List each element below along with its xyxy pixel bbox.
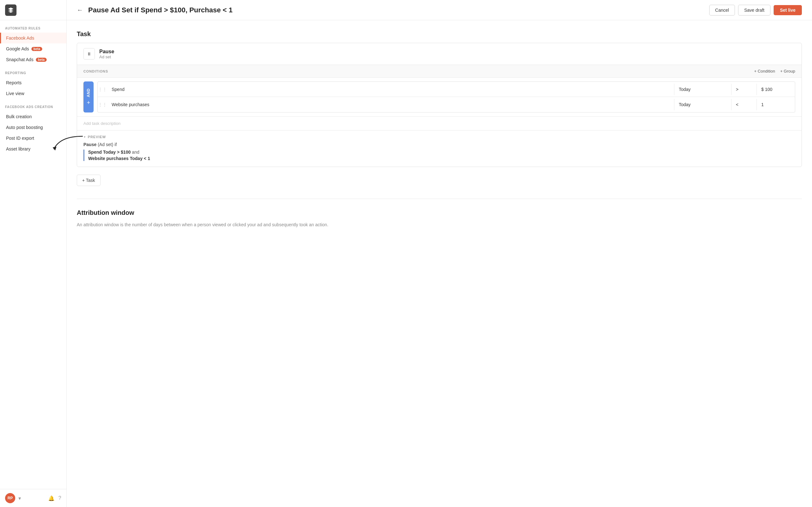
sidebar-item-label: Facebook Ads [6,36,34,41]
preview-toggle[interactable]: ▼ PREVIEW [84,135,795,139]
sidebar-item-label: Snapchat Ads [6,57,33,62]
attribution-description: An attribution window is the number of d… [77,222,802,228]
sidebar-bottom: RP ▾ 🔔 ? [0,489,66,507]
conditions-rows: ⋮⋮SpendToday>$ 100⋮⋮Website purchasesTod… [97,81,795,112]
conditions-header: CONDITIONS + Condition + Group [77,65,802,78]
sidebar-item-bulk-creation[interactable]: Bulk creation [0,111,66,122]
sidebar-logo [0,0,66,20]
add-group-button[interactable]: + Group [780,69,795,73]
add-task-button[interactable]: + Task [77,175,101,186]
sidebar-item-badge: beta [32,47,42,51]
sidebar-section-label: AUTOMATED RULES [0,20,66,33]
condition-value: 1 [757,99,795,110]
set-live-button[interactable]: Set live [774,5,802,15]
condition-time-window[interactable]: Today [674,83,731,95]
preview-conditions-block: Spend Today > $100 andWebsite purchases … [84,150,795,161]
task-description-field[interactable]: Add task description [77,116,802,130]
sidebar-item-label: Asset library [6,147,31,152]
sidebar-item-auto-post-boosting[interactable]: Auto post boosting [0,122,66,133]
page-content: Task ⏸ Pause Ad set CONDITIONS + Conditi… [67,20,812,507]
back-button[interactable]: ← [77,6,83,14]
sidebar-item-live-view[interactable]: Live view [0,88,66,99]
conditions-label: CONDITIONS [84,69,108,73]
task-action-label: Pause [99,49,114,55]
task-section-title: Task [77,31,802,38]
header-actions: Cancel Save draft Set live [709,5,802,15]
bell-icon[interactable]: 🔔 [48,495,55,501]
preview-ad-set: (Ad set) if [98,142,117,147]
condition-time-window[interactable]: Today [674,99,731,110]
preview-condition-line: Website purchases Today < 1 [88,156,795,161]
add-condition-button[interactable]: + Condition [754,69,775,73]
attribution-title: Attribution window [77,209,802,216]
preview-conjunction: and [131,150,139,155]
condition-metric[interactable]: Spend [107,83,674,95]
user-avatar[interactable]: RP [5,493,15,503]
and-column: AND + [84,81,94,112]
conditions-body: AND + ⋮⋮SpendToday>$ 100⋮⋮Website purcha… [77,78,802,116]
help-icon[interactable]: ? [58,495,61,501]
sidebar-section-automated-rules: AUTOMATED RULESFacebook AdsGoogle Adsbet… [0,20,66,65]
conditions-actions: + Condition + Group [754,69,795,73]
chevron-down-icon[interactable]: ▾ [18,495,21,501]
sidebar-bottom-icons: 🔔 ? [48,495,61,501]
sidebar-item-label: Post ID export [6,135,34,141]
condition-value: $ 100 [757,83,795,95]
app-logo-icon[interactable] [5,4,16,16]
drag-handle-icon[interactable]: ⋮⋮ [98,102,107,107]
sidebar-item-label: Live view [6,91,24,96]
sidebar-section-label: REPORTING [0,65,66,77]
pause-icon: ⏸ [84,48,95,60]
sidebar-item-asset-library[interactable]: Asset library [0,144,66,154]
sidebar-section-reporting: REPORTINGReportsLive view [0,65,66,99]
task-target-label: Ad set [99,55,114,59]
task-info: Pause Ad set [99,49,114,59]
preview-condition-main: Spend Today > $100 [88,150,131,155]
sidebar: AUTOMATED RULESFacebook AdsGoogle Adsbet… [0,0,67,507]
sidebar-item-label: Bulk creation [6,114,32,119]
condition-operator: > [731,83,757,95]
preview-label-text: PREVIEW [88,135,106,139]
preview-pause-word: Pause [84,142,96,147]
sidebar-section-facebook-ads-creation: FACEBOOK ADS CREATIONBulk creationAuto p… [0,99,66,154]
preview-section: ▼ PREVIEW Pause (Ad set) if Spend Today … [77,130,802,167]
and-plus-button[interactable]: + [87,100,90,106]
task-card: ⏸ Pause Ad set CONDITIONS + Condition + … [77,43,802,167]
sidebar-item-facebook-ads[interactable]: Facebook Ads [0,33,66,43]
page-title: Pause Ad Set if Spend > $100, Purchase <… [88,6,709,14]
attribution-section: Attribution window An attribution window… [77,199,802,228]
condition-metric[interactable]: Website purchases [107,99,674,110]
task-header: ⏸ Pause Ad set [77,43,802,65]
sidebar-item-label: Google Ads [6,46,29,51]
sidebar-item-label: Reports [6,80,21,85]
sidebar-item-reports[interactable]: Reports [0,77,66,88]
save-draft-button[interactable]: Save draft [738,5,770,15]
sidebar-item-label: Auto post boosting [6,125,43,130]
preview-intro-text: Pause (Ad set) if [84,142,795,147]
cancel-button[interactable]: Cancel [709,5,735,15]
sidebar-item-badge: beta [36,58,46,62]
condition-row: ⋮⋮Website purchasesToday<1 [98,97,795,112]
drag-handle-icon[interactable]: ⋮⋮ [98,87,107,92]
sidebar-item-google-ads[interactable]: Google Adsbeta [0,43,66,54]
preview-condition-line: Spend Today > $100 and [88,150,795,155]
page-header: ← Pause Ad Set if Spend > $100, Purchase… [67,0,812,20]
sidebar-item-snapchat-ads[interactable]: Snapchat Adsbeta [0,54,66,65]
sidebar-section-label: FACEBOOK ADS CREATION [0,99,66,111]
sidebar-item-post-id-export[interactable]: Post ID export [0,133,66,144]
and-bar: AND + [84,81,94,112]
condition-row: ⋮⋮SpendToday>$ 100 [98,82,795,97]
and-label: AND [86,89,91,97]
preview-condition-main: Website purchases Today < 1 [88,156,150,161]
triangle-icon: ▼ [84,135,86,138]
condition-operator: < [731,99,757,110]
main-content: ← Pause Ad Set if Spend > $100, Purchase… [67,0,812,507]
